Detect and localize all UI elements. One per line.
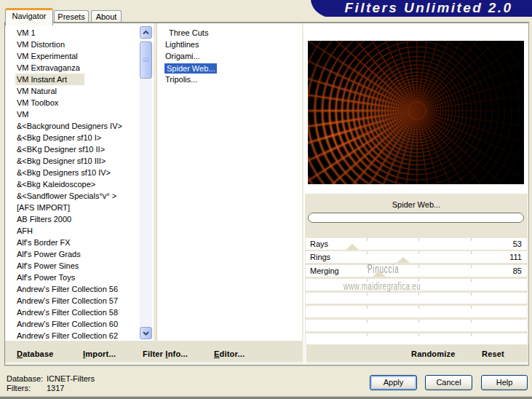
- svg-text:Filters Unlimited 2.0: Filters Unlimited 2.0: [345, 0, 513, 15]
